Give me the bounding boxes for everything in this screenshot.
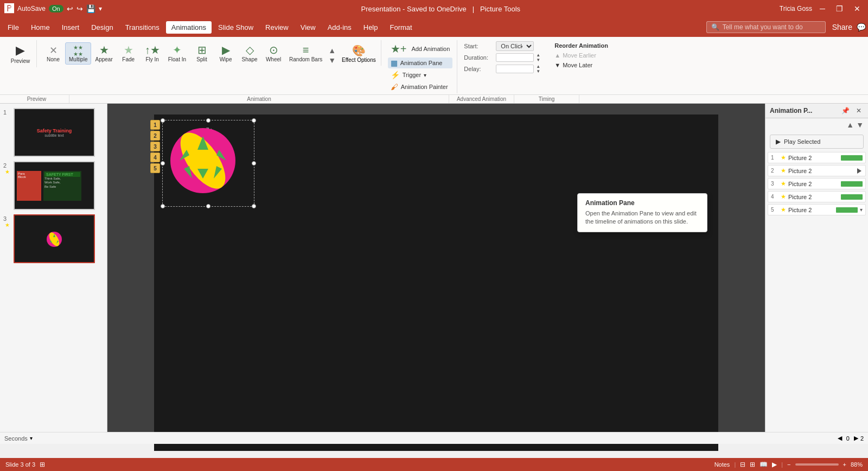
anim-scroll-down[interactable]: ▼ bbox=[327, 56, 337, 65]
trigger-btn[interactable]: ⚡ Trigger ▾ bbox=[388, 69, 453, 80]
menu-review[interactable]: Review bbox=[260, 21, 294, 34]
anim-multiple-btn[interactable]: ★★★★ Multiple bbox=[65, 42, 91, 65]
minimize-btn[interactable]: ─ bbox=[816, 3, 828, 14]
anim-randombars-btn[interactable]: ≡ Random Bars bbox=[285, 42, 326, 65]
menu-view[interactable]: View bbox=[295, 21, 321, 34]
tooltip-title: Animation Pane bbox=[585, 199, 699, 207]
play-selected-btn[interactable]: ▶ Play Selected bbox=[770, 135, 864, 149]
effect-options-btn[interactable]: 🎨 Effect Options bbox=[339, 42, 379, 65]
zoom-in-btn[interactable]: + bbox=[843, 461, 846, 468]
menu-transitions[interactable]: Transitions bbox=[120, 21, 165, 34]
notes-btn[interactable]: Notes bbox=[714, 461, 730, 468]
slide-thumb-3[interactable] bbox=[14, 214, 95, 263]
anim-wipe-btn[interactable]: ▶ Wipe bbox=[214, 41, 238, 65]
anim-item-2[interactable]: 2 ★ Picture 2 bbox=[768, 165, 866, 176]
animation-painter-btn[interactable]: 🖌 Animation Painter bbox=[388, 81, 453, 92]
animation-pane-btn[interactable]: ▦ Animation Pane bbox=[388, 58, 453, 68]
preview-btn[interactable]: ▶ Preview bbox=[8, 41, 34, 66]
normal-view-btn[interactable]: ⊟ bbox=[740, 461, 745, 468]
pane-close-btn[interactable]: ✕ bbox=[854, 106, 864, 116]
move-earlier-btn[interactable]: ▲ Move Earlier bbox=[551, 51, 611, 60]
delay-input[interactable]: 00.00 bbox=[496, 65, 534, 73]
slideshow-btn[interactable]: ▶ bbox=[772, 461, 777, 468]
menu-animations[interactable]: Animations bbox=[166, 21, 212, 34]
redo-btn[interactable]: ↪ bbox=[76, 4, 83, 13]
anim-wheel-btn[interactable]: ⊙ Wheel bbox=[261, 41, 285, 65]
slide-item-2[interactable]: 2 ★ ParaBlock SAFETY FIRST Think Safe,Wo… bbox=[3, 161, 104, 210]
anim-shape-btn[interactable]: ◇ Shape bbox=[238, 41, 261, 65]
autosave-badge[interactable]: On bbox=[49, 5, 63, 12]
handle-tm[interactable] bbox=[206, 118, 210, 123]
restore-btn[interactable]: ❐ bbox=[833, 3, 846, 14]
handle-tl[interactable] bbox=[161, 118, 165, 123]
more-btn[interactable]: ▾ bbox=[99, 5, 102, 12]
add-animation-btn[interactable]: ★+ Add Animation bbox=[388, 41, 453, 56]
seconds-next[interactable]: ▶ bbox=[854, 435, 858, 442]
slide1-title: Safety Training bbox=[37, 128, 72, 133]
menu-help[interactable]: Help bbox=[358, 21, 384, 34]
menu-format[interactable]: Format bbox=[385, 21, 418, 34]
num-badges: 1 2 3 4 5 bbox=[150, 120, 160, 173]
slide-2-star: ★ bbox=[5, 169, 10, 175]
duration-up[interactable]: ▲ bbox=[536, 53, 540, 58]
slide-sorter-btn[interactable]: ⊞ bbox=[750, 461, 755, 468]
slide-thumb-1[interactable]: Safety Training subtitle text bbox=[14, 108, 95, 157]
move-later-btn[interactable]: ▼ Move Later bbox=[551, 61, 611, 69]
undo-btn[interactable]: ↩ bbox=[67, 4, 73, 13]
zoom-slider[interactable] bbox=[795, 463, 839, 466]
save-icon[interactable]: 💾 bbox=[86, 4, 95, 13]
anim-fade-btn[interactable]: ★ Fade bbox=[117, 41, 141, 65]
anim-item-1[interactable]: 1 ★ Picture 2 bbox=[768, 152, 866, 163]
close-btn[interactable]: ✕ bbox=[851, 3, 864, 14]
reading-view-btn[interactable]: 📖 bbox=[760, 461, 768, 468]
menu-home[interactable]: Home bbox=[25, 21, 55, 34]
handle-bl[interactable] bbox=[161, 204, 165, 208]
duration-label: Duration: bbox=[464, 54, 494, 61]
anim-flyin-btn[interactable]: ↑★ Fly In bbox=[141, 41, 164, 65]
delay-down[interactable]: ▼ bbox=[536, 69, 540, 74]
anim-split-btn[interactable]: ⊞ Split bbox=[190, 41, 214, 65]
search-box[interactable]: 🔍 bbox=[706, 21, 826, 33]
menu-addins[interactable]: Add-ins bbox=[322, 21, 357, 34]
slide-area[interactable]: ↻ 1 2 3 4 5 bbox=[154, 114, 718, 451]
duration-input[interactable] bbox=[496, 53, 534, 62]
anim-floatin-btn[interactable]: ✦ Float In bbox=[164, 41, 190, 65]
slide-thumb-2[interactable]: ParaBlock SAFETY FIRST Think Safe,Work S… bbox=[14, 161, 95, 210]
pane-down-arrow[interactable]: ▼ bbox=[856, 120, 864, 129]
pane-pin-btn[interactable]: 📌 bbox=[839, 106, 852, 116]
menu-design[interactable]: Design bbox=[86, 21, 118, 34]
slide-item-3[interactable]: 3 ★ bbox=[3, 214, 104, 263]
pane-up-arrow[interactable]: ▲ bbox=[846, 120, 854, 129]
menu-slideshow[interactable]: Slide Show bbox=[213, 21, 259, 34]
animated-object[interactable]: 1 2 3 4 5 bbox=[162, 120, 254, 207]
seconds-dropdown[interactable]: ▾ bbox=[30, 435, 33, 441]
start-select[interactable]: On Click With Previous After Previous bbox=[496, 41, 534, 51]
anim-scroll-up[interactable]: ▲ bbox=[327, 46, 337, 55]
anim-none-btn[interactable]: ✕ None bbox=[41, 42, 65, 65]
handle-ml[interactable] bbox=[161, 161, 165, 166]
fit-slide-btn[interactable]: ⊞ bbox=[40, 461, 45, 468]
delay-up[interactable]: ▲ bbox=[536, 64, 540, 69]
anim-item-4[interactable]: 4 ★ Picture 2 bbox=[768, 191, 866, 202]
slide-item-1[interactable]: 1 Safety Training subtitle text bbox=[3, 108, 104, 157]
anim-item-3[interactable]: 3 ★ Picture 2 bbox=[768, 178, 866, 189]
anim-dropdown-5[interactable]: ▾ bbox=[860, 207, 863, 213]
anim-star-1: ★ bbox=[781, 154, 786, 161]
zoom-out-btn[interactable]: − bbox=[787, 461, 790, 468]
handle-mr[interactable] bbox=[252, 161, 256, 166]
zoom-level[interactable]: 88% bbox=[851, 461, 863, 468]
search-input[interactable] bbox=[723, 23, 809, 31]
anim-appear-btn[interactable]: ★ Appear bbox=[91, 41, 116, 65]
comments-icon[interactable]: 💬 bbox=[857, 23, 866, 31]
handle-bm[interactable] bbox=[206, 204, 210, 208]
anim-item-5[interactable]: 5 ★ Picture 2 ▾ bbox=[768, 204, 866, 215]
seconds-prev[interactable]: ◀ bbox=[838, 435, 842, 442]
handle-tr[interactable] bbox=[252, 118, 256, 123]
menu-file[interactable]: File bbox=[2, 21, 24, 34]
anim-shape-label: Shape bbox=[242, 56, 258, 62]
handle-br[interactable] bbox=[252, 204, 256, 208]
menu-insert[interactable]: Insert bbox=[56, 21, 85, 34]
zoom-track[interactable] bbox=[795, 463, 839, 466]
duration-down[interactable]: ▼ bbox=[536, 58, 540, 62]
share-btn[interactable]: Share bbox=[832, 23, 852, 31]
